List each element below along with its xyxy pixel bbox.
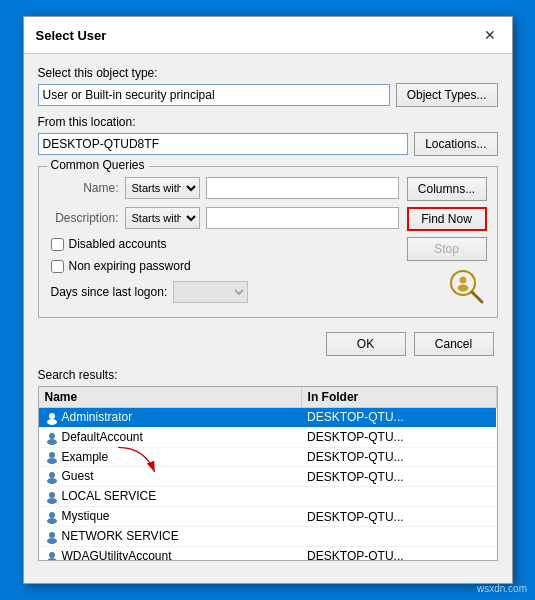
object-type-input[interactable] [38,84,390,106]
result-folder-cell [301,487,496,507]
svg-point-17 [49,532,55,538]
select-user-dialog: Select User ✕ Select this object type: O… [23,16,513,584]
location-row: Locations... [38,132,498,156]
dialog-title: Select User [36,28,107,43]
ok-button[interactable]: OK [326,332,406,356]
result-name-cell: NETWORK SERVICE [39,526,302,546]
result-folder-cell [301,526,496,546]
result-name-cell: DefaultAccount [39,427,302,447]
result-folder-cell: DESKTOP-QTU... [301,408,496,428]
description-input[interactable] [206,207,399,229]
common-queries-group: Common Queries Name: Starts with Is exac… [38,166,498,318]
svg-point-16 [47,518,57,524]
location-field: From this location: Locations... [38,115,498,156]
user-icon [45,530,59,544]
name-filter-select[interactable]: Starts with Is exactly [125,177,200,199]
result-folder-cell: DESKTOP-QTU... [301,427,496,447]
common-queries-tab[interactable]: Common Queries [47,158,149,172]
queries-left: Name: Starts with Is exactly Description… [49,177,399,307]
result-folder-cell: DESKTOP-QTU... [301,546,496,561]
svg-point-20 [47,558,57,561]
user-icon [45,550,59,561]
column-folder: In Folder [301,387,496,408]
svg-point-6 [47,419,57,425]
user-icon [45,490,59,504]
search-people-icon [447,267,487,307]
queries-right: Columns... Find Now Stop [407,177,487,307]
svg-point-18 [47,538,57,544]
svg-point-12 [47,478,57,484]
svg-point-19 [49,552,55,558]
result-name-cell: LOCAL SERVICE [39,487,302,507]
common-queries-inner: Name: Starts with Is exactly Description… [49,177,487,307]
result-name-cell: Mystique [39,507,302,527]
disabled-accounts-label: Disabled accounts [69,237,167,251]
table-row[interactable]: MystiqueDESKTOP-QTU... [39,507,497,527]
result-name-cell: Example [39,447,302,467]
table-row[interactable]: LOCAL SERVICE [39,487,497,507]
cancel-button[interactable]: Cancel [414,332,494,356]
close-button[interactable]: ✕ [480,25,500,45]
user-icon [45,450,59,464]
locations-button[interactable]: Locations... [414,132,497,156]
title-bar: Select User ✕ [24,17,512,54]
non-expiring-row: Non expiring password [51,259,399,273]
name-input[interactable] [206,177,399,199]
ok-cancel-row: OK Cancel [38,332,498,356]
result-folder-cell: DESKTOP-QTU... [301,447,496,467]
search-illustration [447,267,487,307]
svg-point-11 [49,472,55,478]
svg-point-5 [49,413,55,419]
user-icon [45,411,59,425]
description-row: Description: Starts with Is exactly [49,207,399,229]
watermark: wsxdn.com [477,583,527,594]
results-wrapper: Name In Folder AdministratorDESKTOP-QTU.… [38,386,498,561]
result-folder-cell: DESKTOP-QTU... [301,467,496,487]
svg-point-7 [49,433,55,439]
svg-point-13 [49,492,55,498]
table-row[interactable]: AdministratorDESKTOP-QTU... [39,408,497,428]
results-label: Search results: [38,368,498,382]
user-icon [45,431,59,445]
svg-point-9 [49,452,55,458]
result-name-cell: WDAGUtilityAccount [39,546,302,561]
name-row: Name: Starts with Is exactly [49,177,399,199]
results-table: Name In Folder AdministratorDESKTOP-QTU.… [39,387,497,561]
location-label: From this location: [38,115,498,129]
table-row[interactable]: DefaultAccountDESKTOP-QTU... [39,427,497,447]
days-label: Days since last logon: [51,285,168,299]
disabled-accounts-row: Disabled accounts [51,237,399,251]
non-expiring-label: Non expiring password [69,259,191,273]
object-type-label: Select this object type: [38,66,498,80]
table-row[interactable]: WDAGUtilityAccountDESKTOP-QTU... [39,546,497,561]
svg-point-10 [47,458,57,464]
dialog-body: Select this object type: Object Types...… [24,54,512,368]
object-type-field: Select this object type: Object Types... [38,66,498,107]
location-input[interactable] [38,133,409,155]
result-name-cell: Guest [39,467,302,487]
find-now-button[interactable]: Find Now [407,207,487,231]
results-table-container[interactable]: Name In Folder AdministratorDESKTOP-QTU.… [38,386,498,561]
svg-point-8 [47,439,57,445]
column-name: Name [39,387,302,408]
description-filter-select[interactable]: Starts with Is exactly [125,207,200,229]
svg-point-3 [457,285,468,292]
svg-line-1 [472,292,482,302]
days-row: Days since last logon: [51,281,399,303]
columns-button[interactable]: Columns... [407,177,487,201]
non-expiring-checkbox[interactable] [51,260,64,273]
result-name-cell: Administrator [39,408,302,428]
results-section: Search results: Name In Folder [24,368,512,583]
table-row[interactable]: NETWORK SERVICE [39,526,497,546]
svg-point-14 [47,498,57,504]
svg-point-2 [459,277,466,284]
table-row[interactable]: GuestDESKTOP-QTU... [39,467,497,487]
table-row[interactable]: ExampleDESKTOP-QTU... [39,447,497,467]
description-label: Description: [49,211,119,225]
disabled-accounts-checkbox[interactable] [51,238,64,251]
object-types-button[interactable]: Object Types... [396,83,498,107]
object-type-row: Object Types... [38,83,498,107]
result-folder-cell: DESKTOP-QTU... [301,507,496,527]
svg-point-15 [49,512,55,518]
stop-button[interactable]: Stop [407,237,487,261]
